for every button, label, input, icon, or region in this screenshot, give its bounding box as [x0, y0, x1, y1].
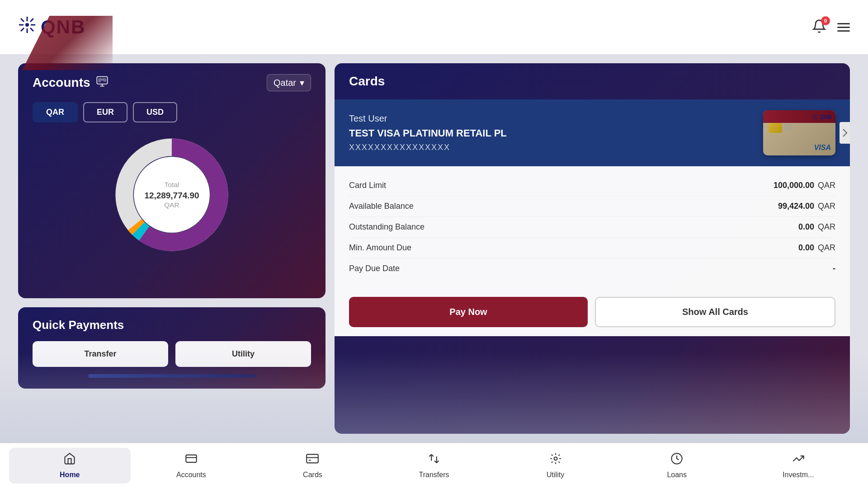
card-info: Test User TEST VISA PLATINUM RETAIL PL X…	[349, 113, 507, 152]
outstanding-balance-currency: QAR	[818, 222, 835, 232]
nav-label-transfers: Transfers	[419, 471, 449, 479]
cards-card: Cards Test User TEST VISA PLATINUM RETAI…	[335, 63, 850, 434]
min-amount-value: 0.00	[798, 243, 814, 253]
transfers-icon	[428, 452, 440, 468]
currency-tab-qar[interactable]: QAR	[33, 102, 78, 122]
svg-rect-31	[307, 455, 319, 463]
currency-tab-eur[interactable]: EUR	[83, 102, 127, 122]
nav-label-home: Home	[60, 471, 80, 479]
min-amount-currency: QAR	[818, 243, 835, 253]
svg-line-8	[21, 28, 24, 31]
logo-area: QNB	[18, 16, 85, 38]
card-qnb-logo: QNB	[811, 114, 832, 120]
card-limit-label: Card Limit	[349, 181, 386, 190]
home-icon	[63, 452, 76, 468]
quick-payments-buttons: Transfer Utility	[33, 341, 311, 367]
svg-point-21	[814, 117, 816, 118]
svg-point-0	[25, 23, 29, 27]
svg-rect-12	[104, 79, 106, 81]
main-content: Accounts Qatar ▾	[0, 54, 868, 443]
utility-button[interactable]: Utility	[175, 341, 311, 367]
investments-icon	[792, 452, 805, 468]
utility-icon	[549, 452, 562, 468]
pay-now-button[interactable]: Pay Now	[349, 297, 588, 327]
nav-label-loans: Loans	[667, 471, 687, 479]
nav-item-utility[interactable]: Utility	[495, 448, 616, 483]
svg-rect-30	[186, 455, 196, 462]
outstanding-balance-label: Outstanding Balance	[349, 222, 425, 232]
cards-nav-icon	[306, 452, 319, 468]
accounts-panel: Accounts Qatar ▾	[18, 63, 326, 434]
quick-payments-bar	[88, 374, 255, 378]
svg-point-32	[554, 457, 557, 460]
card-display: Test User TEST VISA PLATINUM RETAIL PL X…	[335, 99, 850, 166]
svg-line-29	[812, 118, 813, 119]
nav-item-cards[interactable]: Cards	[252, 448, 373, 483]
available-balance-value: 99,424.00	[778, 202, 814, 211]
svg-line-7	[30, 19, 33, 22]
card-qnb-text: QNB	[820, 114, 832, 120]
logo-star-icon	[18, 16, 36, 38]
nav-item-home[interactable]: Home	[9, 448, 131, 483]
min-amount-row: Min. Amount Due 0.00 QAR	[349, 238, 835, 258]
show-all-cards-button[interactable]: Show All Cards	[595, 297, 835, 327]
nav-label-accounts: Accounts	[176, 471, 206, 479]
country-selector[interactable]: Qatar ▾	[267, 74, 311, 91]
pay-due-value-group: -	[833, 264, 835, 273]
notification-count: 0	[821, 16, 830, 25]
notification-bell[interactable]: 0	[812, 19, 826, 35]
loans-icon	[670, 452, 683, 468]
accounts-title-group: Accounts	[33, 75, 108, 90]
available-balance-row: Available Balance 99,424.00 QAR	[349, 196, 835, 217]
nav-item-investments[interactable]: Investm...	[737, 448, 859, 483]
svg-text:12,289,774.90: 12,289,774.90	[145, 191, 199, 200]
card-details: Card Limit 100,000.00 QAR Available Bala…	[335, 166, 850, 288]
card-limit-value-group: 100,000.00 QAR	[774, 181, 835, 190]
accounts-card: Accounts Qatar ▾	[18, 63, 326, 298]
hamburger-menu[interactable]	[837, 23, 850, 32]
svg-rect-11	[101, 79, 103, 80]
currency-tab-usd[interactable]: USD	[133, 102, 177, 122]
card-limit-row: Card Limit 100,000.00 QAR	[349, 175, 835, 196]
card-actions: Pay Now Show All Cards	[335, 288, 850, 336]
quick-payments-title: Quick Payments	[33, 318, 311, 332]
bottom-nav: Home Accounts Cards Transfers	[0, 443, 868, 488]
header-right: 0	[812, 19, 850, 35]
card-user: Test User	[349, 113, 507, 124]
card-wave-icon: ))))	[784, 123, 793, 130]
accounts-title-text: Accounts	[33, 75, 90, 90]
cards-title: Cards	[349, 74, 385, 89]
nav-label-utility: Utility	[547, 471, 564, 479]
currency-tabs: QAR EUR USD	[33, 102, 311, 122]
svg-line-26	[812, 115, 813, 116]
svg-line-28	[816, 115, 817, 116]
card-next-arrow[interactable]	[840, 122, 850, 144]
nav-item-transfers[interactable]: Transfers	[373, 448, 495, 483]
pay-due-value: -	[833, 264, 835, 273]
svg-line-27	[816, 118, 817, 119]
svg-line-5	[21, 19, 24, 22]
nav-item-loans[interactable]: Loans	[616, 448, 738, 483]
country-name: Qatar	[274, 78, 296, 88]
outstanding-balance-value-group: 0.00 QAR	[798, 222, 835, 232]
card-chip	[769, 123, 782, 133]
available-balance-value-group: 99,424.00 QAR	[778, 202, 835, 211]
donut-wrapper: Total 12,289,774.90 QAR	[108, 131, 235, 258]
donut-chart-svg: Total 12,289,774.90 QAR	[108, 131, 235, 258]
svg-text:QAR: QAR	[164, 201, 179, 209]
card-limit-value: 100,000.00	[774, 181, 814, 190]
outstanding-balance-value: 0.00	[798, 222, 814, 232]
min-amount-value-group: 0.00 QAR	[798, 243, 835, 253]
accounts-icon	[96, 75, 108, 90]
card-brand-visa: VISA	[814, 144, 831, 152]
available-balance-label: Available Balance	[349, 202, 414, 211]
card-number: XXXXXXXXXXXXXXXX	[349, 143, 507, 152]
transfer-button[interactable]: Transfer	[33, 341, 168, 367]
chevron-down-icon: ▾	[300, 77, 304, 88]
svg-rect-10	[98, 79, 100, 82]
min-amount-label: Min. Amount Due	[349, 243, 411, 253]
donut-chart-section: Total 12,289,774.90 QAR	[33, 131, 311, 258]
card-limit-currency: QAR	[818, 181, 835, 190]
nav-item-accounts[interactable]: Accounts	[131, 448, 252, 483]
card-image[interactable]: QNB )))) VISA	[763, 110, 835, 155]
